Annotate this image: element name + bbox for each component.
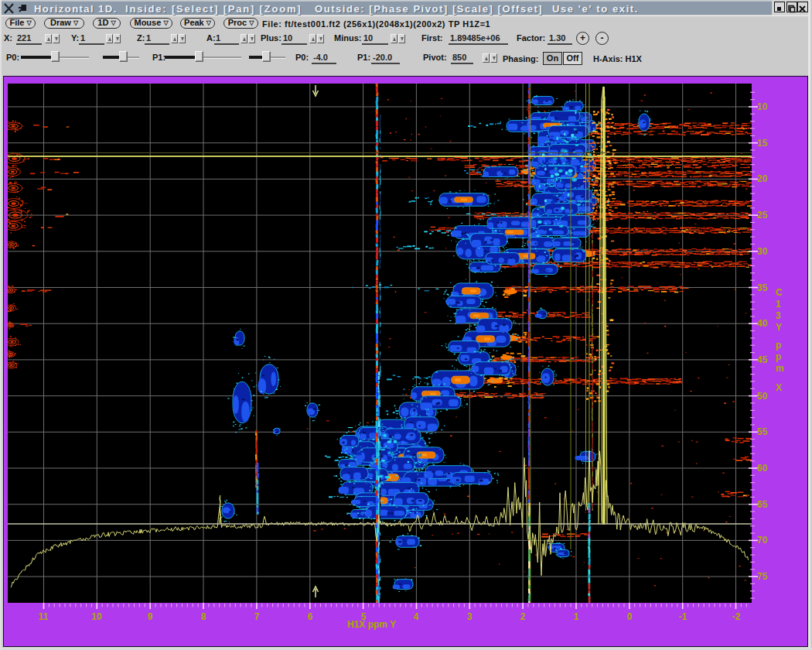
svg-text:35: 35 bbox=[757, 282, 768, 293]
svg-text:70: 70 bbox=[757, 535, 768, 546]
svg-text:-2: -2 bbox=[732, 611, 741, 622]
svg-text:p: p bbox=[776, 340, 781, 351]
svg-text:60: 60 bbox=[757, 463, 768, 474]
svg-text:75: 75 bbox=[757, 571, 768, 582]
svg-text:25: 25 bbox=[757, 210, 768, 221]
svg-text:p: p bbox=[776, 351, 781, 362]
svg-text:11: 11 bbox=[39, 611, 49, 622]
svg-text:65: 65 bbox=[757, 499, 768, 510]
svg-text:45: 45 bbox=[757, 354, 768, 365]
svg-text:50: 50 bbox=[757, 391, 768, 402]
svg-text:6: 6 bbox=[308, 611, 313, 622]
svg-text:C: C bbox=[776, 287, 783, 298]
svg-text:H1X ppm Y: H1X ppm Y bbox=[347, 619, 396, 630]
svg-text:30: 30 bbox=[757, 246, 768, 257]
svg-text:8: 8 bbox=[201, 611, 206, 622]
svg-text:Y: Y bbox=[776, 322, 782, 333]
svg-text:10: 10 bbox=[757, 101, 768, 112]
svg-text:0: 0 bbox=[627, 611, 633, 622]
svg-text:X: X bbox=[776, 382, 782, 393]
svg-text:40: 40 bbox=[757, 318, 768, 329]
svg-text:1: 1 bbox=[776, 299, 781, 310]
svg-text:10: 10 bbox=[91, 611, 102, 622]
svg-text:-1: -1 bbox=[679, 611, 687, 622]
svg-text:20: 20 bbox=[757, 173, 768, 184]
svg-text:7: 7 bbox=[254, 611, 260, 622]
svg-text:55: 55 bbox=[757, 426, 768, 437]
svg-text:15: 15 bbox=[757, 138, 768, 149]
svg-text:9: 9 bbox=[148, 611, 153, 622]
svg-text:4: 4 bbox=[414, 611, 419, 622]
svg-text:1: 1 bbox=[574, 611, 579, 622]
svg-text:3: 3 bbox=[776, 310, 781, 321]
svg-text:m: m bbox=[776, 363, 784, 374]
svg-text:3: 3 bbox=[467, 611, 473, 622]
svg-text:2: 2 bbox=[520, 611, 526, 622]
